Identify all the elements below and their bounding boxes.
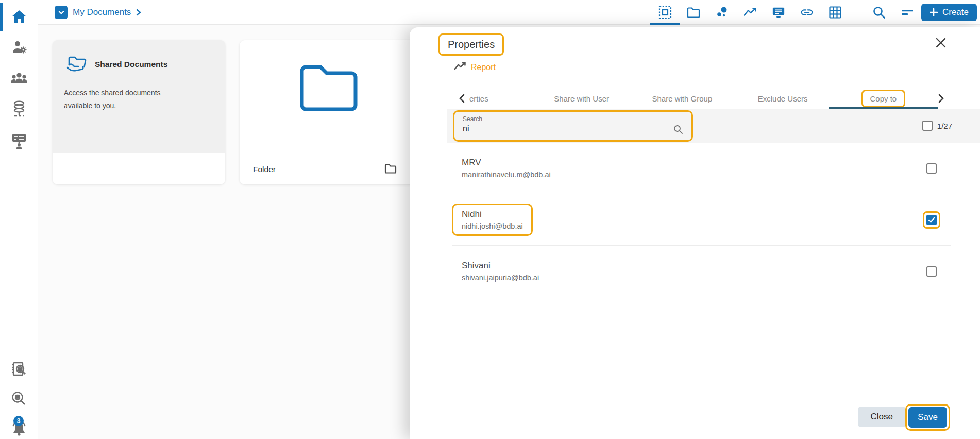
user-email: shivani.jaipuria@bdb.ai xyxy=(462,274,539,282)
folder-icon[interactable] xyxy=(687,6,700,19)
document-search-icon xyxy=(10,361,28,381)
shared-documents-card[interactable]: Shared Documents Access the shared docum… xyxy=(53,40,225,184)
user-name: Shivani xyxy=(462,261,539,271)
monitor-list-icon[interactable] xyxy=(772,6,785,19)
sidebar: 3 xyxy=(0,0,38,439)
user-name: MRV xyxy=(462,158,551,168)
sidebar-item-home[interactable] xyxy=(0,3,38,32)
small-folder-icon xyxy=(384,163,397,176)
tabs-scroll-right-icon[interactable] xyxy=(934,94,949,103)
sort-filter-icon[interactable] xyxy=(901,6,914,19)
sidebar-item-user-settings[interactable] xyxy=(0,34,38,63)
data-server-icon xyxy=(11,100,27,121)
shared-card-header: Shared Documents xyxy=(53,40,225,75)
grid-table-icon[interactable] xyxy=(829,6,842,19)
user-info-highlighted: Nidhi nidhi.joshi@bdb.ai xyxy=(452,204,533,236)
user-info: Shivani shivani.jaipuria@bdb.ai xyxy=(452,255,549,288)
topbar: My Documents xyxy=(38,0,980,25)
close-button[interactable]: Close xyxy=(858,407,906,427)
search-strip: Search 1/27 xyxy=(447,109,980,143)
folder-card-label: Folder xyxy=(253,165,276,174)
sidebar-item-data-search[interactable] xyxy=(0,385,38,414)
tab-exclude-users[interactable]: Exclude Users xyxy=(733,88,833,109)
shared-card-description: Access the shared documents available to… xyxy=(53,75,202,112)
user-row[interactable]: Nidhi nidhi.joshi@bdb.ai xyxy=(452,194,951,246)
breadcrumb[interactable]: My Documents xyxy=(55,6,142,19)
user-row[interactable]: Shivani shivani.jaipuria@bdb.ai xyxy=(452,246,951,297)
create-button[interactable]: Create xyxy=(921,4,977,21)
plus-icon xyxy=(930,8,938,16)
tab-share-with-group[interactable]: Share with Group xyxy=(632,88,732,109)
user-checkbox[interactable] xyxy=(926,266,937,277)
select-all-row: 1/27 xyxy=(922,121,952,131)
cluster-dots-icon[interactable] xyxy=(715,6,729,19)
tab-copy-to-label: Copy to xyxy=(861,90,906,108)
user-list: MRV manirathinavelu.m@bdb.ai Nidhi nidhi… xyxy=(452,143,951,297)
breadcrumb-chevron-icon xyxy=(136,9,142,16)
user-email: manirathinavelu.m@bdb.ai xyxy=(462,171,551,179)
report-line-chart-icon xyxy=(454,61,466,74)
selection-counter: 1/27 xyxy=(937,122,952,130)
close-icon[interactable] xyxy=(934,36,948,50)
home-icon xyxy=(11,8,27,27)
search-field: Search xyxy=(453,110,693,142)
sidebar-item-notifications[interactable]: 3 xyxy=(0,415,38,439)
sidebar-item-user-groups[interactable] xyxy=(0,65,38,94)
user-name: Nidhi xyxy=(462,209,523,220)
folder-card-icon xyxy=(240,62,417,111)
search-magnifier-icon[interactable] xyxy=(673,124,683,137)
bell-icon: 3 xyxy=(10,420,28,439)
folder-card-footer: Folder xyxy=(240,155,417,184)
trainer-board-icon xyxy=(11,132,27,152)
user-email: nidhi.joshi@bdb.ai xyxy=(462,222,523,230)
create-button-label: Create xyxy=(942,7,969,18)
search-field-label: Search xyxy=(463,115,683,123)
shared-card-title: Shared Documents xyxy=(95,60,167,69)
entity-row: Report xyxy=(454,61,496,74)
line-chart-icon[interactable] xyxy=(744,6,757,19)
user-row[interactable]: MRV manirathinavelu.m@bdb.ai xyxy=(452,143,951,194)
entity-label[interactable]: Report xyxy=(471,63,496,72)
dashboard-select-icon[interactable] xyxy=(658,6,672,19)
select-all-checkbox[interactable] xyxy=(922,121,933,131)
tab-share-with-user[interactable]: Share with User xyxy=(531,88,632,109)
breadcrumb-label: My Documents xyxy=(73,7,131,18)
user-groups-icon xyxy=(10,70,28,89)
panel-title: Properties xyxy=(438,33,504,56)
user-info: MRV manirathinavelu.m@bdb.ai xyxy=(452,152,561,184)
save-button-highlight: Save xyxy=(905,404,950,431)
notification-count-badge: 3 xyxy=(13,416,24,426)
user-checkbox-checked[interactable] xyxy=(926,215,937,225)
properties-panel: Properties Report erties Share with User… xyxy=(410,27,980,439)
user-settings-icon xyxy=(11,39,27,58)
breadcrumb-folder-icon xyxy=(55,6,68,19)
data-search-icon xyxy=(10,390,28,410)
sidebar-item-trainer-board[interactable] xyxy=(0,128,38,157)
sidebar-item-data-server[interactable] xyxy=(0,96,38,125)
tab-properties[interactable]: erties xyxy=(469,88,531,109)
tab-copy-to[interactable]: Copy to xyxy=(833,88,934,109)
folder-card[interactable]: Folder xyxy=(240,40,417,184)
search-input[interactable] xyxy=(463,123,658,136)
link-icon[interactable] xyxy=(800,6,814,19)
toolbar xyxy=(658,0,914,25)
sidebar-item-document-search[interactable] xyxy=(0,357,38,385)
panel-tabbar: erties Share with User Share with Group … xyxy=(454,88,949,109)
toolbar-divider xyxy=(857,6,857,19)
search-icon[interactable] xyxy=(872,6,886,19)
save-button[interactable]: Save xyxy=(908,407,947,428)
tabs-scroll-left-icon[interactable] xyxy=(454,94,469,103)
shared-card-footer xyxy=(53,153,225,184)
user-checkbox[interactable] xyxy=(926,163,937,174)
shared-folder-icon xyxy=(66,54,88,75)
